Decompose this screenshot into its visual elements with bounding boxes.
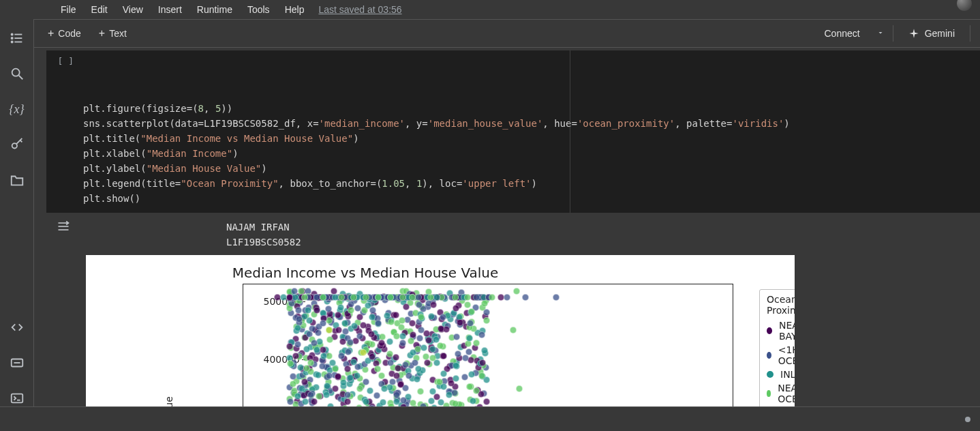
- gemini-button[interactable]: Gemini: [902, 24, 962, 43]
- data-point: [522, 294, 529, 301]
- connect-dropdown-icon[interactable]: [876, 27, 885, 40]
- files-icon[interactable]: [9, 172, 25, 188]
- code-cell[interactable]: [ ] plt.figure(figsize=(8, 5))sns.scatte…: [46, 50, 980, 213]
- menu-view[interactable]: View: [117, 2, 149, 17]
- data-point: [280, 294, 287, 301]
- legend-marker-icon: [767, 352, 771, 359]
- data-point: [354, 372, 361, 379]
- code-editor[interactable]: plt.figure(figsize=(8, 5))sns.scatterplo…: [80, 50, 980, 213]
- notebook-main: [ ] plt.figure(figsize=(8, 5))sns.scatte…: [34, 48, 980, 406]
- code-line[interactable]: plt.figure(figsize=(8, 5)): [83, 101, 977, 116]
- data-point: [326, 372, 333, 379]
- output-line: NAJAM IRFAN: [226, 220, 980, 235]
- data-point: [393, 391, 400, 398]
- svg-point-6: [12, 69, 19, 76]
- left-rail: {x}: [0, 19, 34, 406]
- terminal-icon[interactable]: [9, 390, 25, 406]
- code-snippets-icon[interactable]: [9, 319, 25, 336]
- notebook-toolbar: + Code + Text Connect Gemini: [34, 19, 980, 48]
- svg-rect-13: [11, 394, 22, 403]
- cell-output: NAJAM IRFAN L1F19BSCS0582 Median Income …: [34, 213, 980, 406]
- data-point: [415, 366, 422, 372]
- data-point: [363, 398, 369, 405]
- data-point: [332, 366, 339, 372]
- save-status[interactable]: Last saved at 03:56: [318, 4, 401, 15]
- code-line[interactable]: plt.ylabel("Median House Value"): [83, 161, 977, 176]
- code-line[interactable]: sns.scatterplot(data=L1F19BSCS0582_df, x…: [83, 116, 977, 131]
- data-point: [298, 385, 305, 392]
- data-point: [399, 333, 406, 340]
- menu-runtime[interactable]: Runtime: [191, 2, 239, 17]
- data-point: [440, 314, 446, 321]
- toc-icon[interactable]: [9, 30, 25, 46]
- data-point: [433, 294, 440, 301]
- data-point: [513, 288, 520, 295]
- chart-legend: Ocean Proximity NEAR BAY<1H OCEANINLANDN…: [759, 289, 795, 406]
- data-point: [436, 378, 443, 385]
- data-point: [409, 320, 416, 327]
- svg-point-8: [12, 143, 16, 148]
- code-line[interactable]: plt.legend(title="Ocean Proximity", bbox…: [83, 176, 977, 191]
- data-point: [393, 333, 400, 340]
- cell-exec-indicator[interactable]: [ ]: [46, 50, 80, 213]
- data-point: [356, 385, 363, 392]
- code-line[interactable]: plt.show(): [83, 191, 977, 206]
- data-point: [418, 314, 425, 321]
- data-point: [489, 294, 495, 301]
- code-line[interactable]: plt.title("Median Income vs Median House…: [83, 131, 977, 146]
- data-point: [344, 391, 351, 398]
- svg-point-0: [11, 33, 12, 35]
- data-point: [301, 294, 308, 301]
- output-figure: Median Income vs Median House Value 5000…: [86, 255, 795, 406]
- data-point: [510, 327, 517, 333]
- secrets-icon[interactable]: [9, 136, 25, 153]
- legend-entry: NEAR OCEAN: [767, 381, 795, 406]
- data-point: [418, 327, 425, 333]
- data-point: [356, 333, 363, 340]
- plus-icon: +: [99, 28, 105, 39]
- menu-bar: File Edit View Insert Runtime Tools Help…: [0, 0, 980, 19]
- menu-help[interactable]: Help: [279, 2, 311, 17]
- legend-label: NEAR OCEAN: [778, 383, 795, 404]
- legend-entry: <1H OCEAN: [767, 343, 795, 368]
- chart-title: Median Income vs Median House Value: [86, 265, 645, 281]
- legend-marker-icon: [767, 371, 774, 378]
- data-point: [338, 353, 345, 359]
- data-point: [323, 391, 330, 398]
- add-code-button[interactable]: + Code: [44, 25, 85, 42]
- data-point: [452, 294, 459, 301]
- data-point: [348, 307, 354, 314]
- add-code-label: Code: [58, 28, 80, 39]
- search-icon[interactable]: [9, 65, 25, 82]
- data-point: [399, 294, 406, 301]
- variables-icon[interactable]: {x}: [9, 101, 25, 117]
- data-point: [307, 359, 314, 366]
- data-point: [427, 294, 434, 301]
- data-point: [405, 372, 412, 379]
- legend-label: NEAR BAY: [779, 320, 795, 342]
- menu-tools[interactable]: Tools: [241, 2, 276, 17]
- add-text-button[interactable]: + Text: [95, 25, 131, 42]
- code-line[interactable]: plt.xlabel("Median Income"): [83, 146, 977, 161]
- data-point: [338, 294, 345, 301]
- legend-label: INLAND: [780, 369, 795, 380]
- data-point: [320, 294, 326, 301]
- menu-edit[interactable]: Edit: [85, 2, 114, 17]
- data-point: [295, 307, 302, 314]
- data-point: [313, 346, 320, 353]
- menu-file[interactable]: File: [55, 2, 82, 17]
- data-point: [504, 294, 510, 301]
- connect-button[interactable]: Connect: [816, 24, 868, 43]
- data-point: [387, 359, 394, 366]
- legend-label: <1H OCEAN: [778, 344, 795, 366]
- menu-insert[interactable]: Insert: [152, 2, 188, 17]
- data-point: [375, 294, 382, 301]
- divider: [893, 25, 893, 42]
- data-point: [350, 294, 357, 301]
- data-point: [363, 378, 369, 385]
- command-palette-icon[interactable]: [9, 355, 25, 371]
- output-toggle-icon[interactable]: [55, 220, 72, 406]
- data-point: [378, 372, 385, 379]
- data-point: [409, 294, 416, 301]
- data-point: [378, 340, 385, 346]
